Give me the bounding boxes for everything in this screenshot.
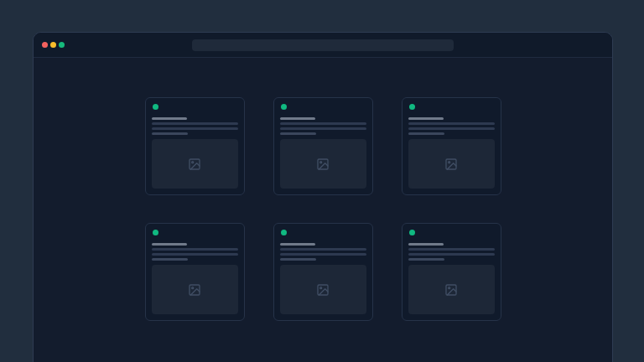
skeleton-footer-line xyxy=(152,258,188,261)
image-placeholder xyxy=(408,139,495,189)
image-placeholder xyxy=(152,139,238,189)
page-background xyxy=(0,0,644,362)
minimize-button[interactable] xyxy=(50,42,56,48)
image-icon xyxy=(316,158,330,171)
skeleton-body-line xyxy=(280,127,366,130)
image-placeholder xyxy=(152,265,238,314)
status-dot xyxy=(409,230,415,235)
skeleton-footer-line xyxy=(280,258,316,261)
skeleton-card[interactable] xyxy=(402,97,501,195)
skeleton-body-line xyxy=(152,248,238,251)
skeleton-title-line xyxy=(152,117,187,120)
skeleton-body-line xyxy=(408,127,495,130)
browser-titlebar xyxy=(34,33,612,58)
skeleton-card[interactable] xyxy=(145,223,245,321)
skeleton-title-line xyxy=(152,243,187,246)
status-dot xyxy=(281,104,287,110)
skeleton-title-line xyxy=(280,117,315,120)
skeleton-body-line xyxy=(280,248,366,251)
traffic-lights xyxy=(42,42,65,48)
image-icon xyxy=(316,283,330,297)
skeleton-body-line xyxy=(280,122,366,125)
browser-window xyxy=(33,32,613,362)
card-grid xyxy=(145,97,501,321)
skeleton-body-line xyxy=(408,122,495,125)
image-placeholder xyxy=(280,265,366,314)
skeleton-body-line xyxy=(408,248,495,251)
zoom-button[interactable] xyxy=(59,42,65,48)
skeleton-body-line xyxy=(408,253,495,256)
status-dot xyxy=(281,230,287,235)
image-icon xyxy=(188,158,201,171)
skeleton-body-line xyxy=(280,253,366,256)
close-button[interactable] xyxy=(42,42,48,48)
skeleton-title-line xyxy=(408,117,444,120)
skeleton-body-line xyxy=(152,122,238,125)
skeleton-footer-line xyxy=(408,132,444,135)
skeleton-body-line xyxy=(152,253,238,256)
content-area xyxy=(34,58,612,321)
skeleton-card[interactable] xyxy=(273,223,373,321)
image-icon xyxy=(444,283,458,297)
image-placeholder xyxy=(408,265,495,314)
image-icon xyxy=(188,283,201,297)
skeleton-footer-line xyxy=(152,132,188,135)
skeleton-card[interactable] xyxy=(273,97,373,195)
skeleton-card[interactable] xyxy=(145,97,245,195)
skeleton-footer-line xyxy=(280,132,316,135)
skeleton-card[interactable] xyxy=(402,223,501,321)
status-dot xyxy=(153,230,158,235)
status-dot xyxy=(153,104,158,110)
skeleton-title-line xyxy=(280,243,315,246)
url-bar[interactable] xyxy=(192,39,454,51)
skeleton-body-line xyxy=(152,127,238,130)
image-icon xyxy=(444,158,458,171)
skeleton-title-line xyxy=(408,243,444,246)
skeleton-footer-line xyxy=(408,258,444,261)
status-dot xyxy=(409,104,415,110)
image-placeholder xyxy=(280,139,366,189)
